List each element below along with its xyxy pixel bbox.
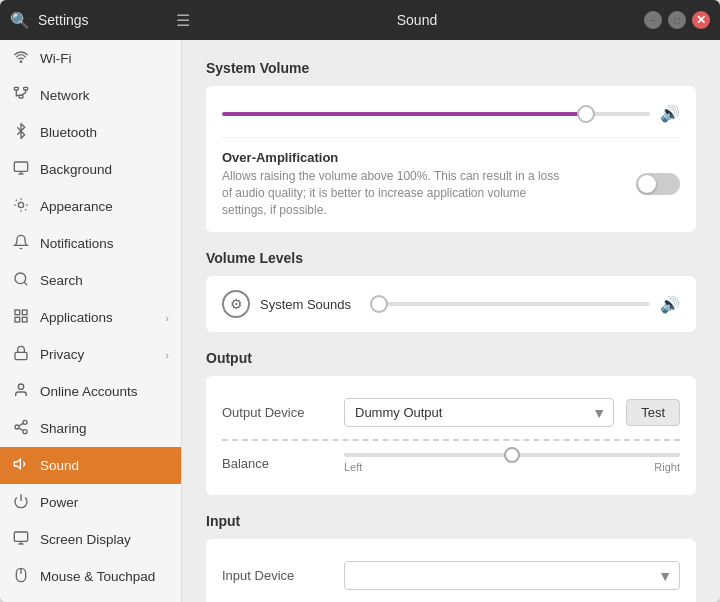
wifi-icon	[12, 49, 30, 68]
mouse-touchpad-icon	[12, 567, 30, 586]
titlebar-search-icon[interactable]: 🔍	[10, 11, 30, 30]
sidebar-mouse-touchpad-label: Mouse & Touchpad	[40, 569, 169, 584]
volume-levels-title: Volume Levels	[206, 250, 696, 266]
sidebar-wifi-label: Wi-Fi	[40, 51, 169, 66]
sidebar-notifications-label: Notifications	[40, 236, 169, 251]
sidebar-item-screen-display[interactable]: Screen Display	[0, 521, 181, 558]
system-sounds-track[interactable]	[370, 302, 650, 306]
sidebar: Wi-Fi Network Bluetooth Background Appea…	[0, 40, 182, 602]
sidebar-item-appearance[interactable]: Appearance	[0, 188, 181, 225]
output-title: Output	[206, 350, 696, 366]
test-button[interactable]: Test	[626, 399, 680, 426]
over-amp-text: Over-Amplification Allows raising the vo…	[222, 150, 562, 218]
svg-line-19	[24, 282, 27, 285]
minimize-button[interactable]: −	[644, 11, 662, 29]
sidebar-item-network[interactable]: Network	[0, 77, 181, 114]
sidebar-item-wifi[interactable]: Wi-Fi	[0, 40, 181, 77]
applications-icon	[12, 308, 30, 327]
titlebar-left: 🔍 Settings ☰	[10, 11, 190, 30]
sidebar-network-label: Network	[40, 88, 169, 103]
system-volume-track[interactable]	[222, 112, 650, 116]
output-device-select[interactable]: Dummy Output	[344, 398, 614, 427]
titlebar-settings-title: Settings	[38, 12, 89, 28]
input-card: Input Device ▼ Configuration	[206, 539, 696, 602]
privacy-icon	[12, 345, 30, 364]
over-amplification-row: Over-Amplification Allows raising the vo…	[222, 137, 680, 218]
balance-track[interactable]	[344, 453, 680, 457]
svg-rect-22	[15, 317, 20, 322]
svg-point-25	[18, 384, 23, 389]
titlebar-menu-icon[interactable]: ☰	[176, 11, 190, 30]
sidebar-appearance-label: Appearance	[40, 199, 169, 214]
system-sounds-volume-icon: 🔊	[660, 295, 680, 314]
svg-rect-24	[15, 352, 27, 359]
svg-line-30	[19, 423, 24, 426]
screen-display-icon	[12, 530, 30, 549]
titlebar-controls: − □ ✕	[644, 11, 710, 29]
svg-line-29	[19, 428, 24, 431]
input-device-select[interactable]	[344, 561, 680, 590]
output-device-row: Output Device Dummy Output ▼ Test	[222, 390, 680, 435]
sidebar-item-applications[interactable]: Applications ›	[0, 299, 181, 336]
sidebar-item-notifications[interactable]: Notifications	[0, 225, 181, 262]
svg-point-28	[23, 430, 27, 434]
svg-rect-8	[14, 162, 27, 171]
sidebar-item-keyboard-shortcuts[interactable]: Keyboard Shortcuts	[0, 595, 181, 602]
sidebar-online-accounts-label: Online Accounts	[40, 384, 169, 399]
sidebar-applications-label: Applications	[40, 310, 155, 325]
power-icon	[12, 493, 30, 512]
sidebar-item-online-accounts[interactable]: Online Accounts	[0, 373, 181, 410]
system-sounds-label: System Sounds	[260, 297, 360, 312]
input-title: Input	[206, 513, 696, 529]
titlebar: 🔍 Settings ☰ Sound − □ ✕	[0, 0, 720, 40]
over-amp-toggle[interactable]	[636, 173, 680, 195]
online-accounts-icon	[12, 382, 30, 401]
bluetooth-icon	[12, 123, 30, 142]
sidebar-item-privacy[interactable]: Privacy ›	[0, 336, 181, 373]
svg-rect-20	[15, 310, 20, 315]
system-sounds-thumb[interactable]	[370, 295, 388, 313]
input-device-label: Input Device	[222, 568, 332, 583]
svg-rect-2	[24, 87, 28, 90]
balance-row: Balance Left Right	[222, 445, 680, 481]
maximize-button[interactable]: □	[668, 11, 686, 29]
sidebar-item-background[interactable]: Background	[0, 151, 181, 188]
svg-point-27	[15, 425, 19, 429]
system-volume-title: System Volume	[206, 60, 696, 76]
svg-point-0	[20, 61, 21, 62]
sidebar-privacy-label: Privacy	[40, 347, 155, 362]
balance-thumb[interactable]	[504, 447, 520, 463]
svg-point-11	[18, 202, 23, 207]
balance-label: Balance	[222, 456, 332, 471]
sidebar-item-power[interactable]: Power	[0, 484, 181, 521]
over-amp-title: Over-Amplification	[222, 150, 562, 165]
svg-line-14	[16, 200, 17, 201]
network-icon	[12, 86, 30, 105]
system-volume-icon: 🔊	[660, 104, 680, 123]
balance-left-label: Left	[344, 461, 362, 473]
main-layout: Wi-Fi Network Bluetooth Background Appea…	[0, 40, 720, 602]
toggle-thumb	[638, 175, 656, 193]
sidebar-item-mouse-touchpad[interactable]: Mouse & Touchpad	[0, 558, 181, 595]
svg-line-7	[21, 93, 26, 96]
input-device-select-wrapper: ▼	[344, 561, 680, 590]
sidebar-item-bluetooth[interactable]: Bluetooth	[0, 114, 181, 151]
system-volume-slider-row: 🔊	[222, 100, 680, 133]
sidebar-power-label: Power	[40, 495, 169, 510]
input-device-row: Input Device ▼	[222, 553, 680, 598]
sidebar-sound-label: Sound	[40, 458, 169, 473]
close-button[interactable]: ✕	[692, 11, 710, 29]
sidebar-item-search[interactable]: Search	[0, 262, 181, 299]
settings-window: 🔍 Settings ☰ Sound − □ ✕ Wi-Fi Network B…	[0, 0, 720, 602]
system-volume-fill	[222, 112, 586, 116]
sidebar-privacy-chevron: ›	[165, 349, 169, 361]
sidebar-item-sound[interactable]: Sound	[0, 447, 181, 484]
sidebar-item-sharing[interactable]: Sharing	[0, 410, 181, 447]
system-volume-thumb[interactable]	[577, 105, 595, 123]
volume-levels-card: ⚙ System Sounds 🔊	[206, 276, 696, 332]
search-icon	[12, 271, 30, 290]
svg-point-18	[15, 273, 26, 284]
sound-icon	[12, 456, 30, 475]
background-icon	[12, 160, 30, 179]
titlebar-sound-title: Sound	[190, 12, 644, 28]
